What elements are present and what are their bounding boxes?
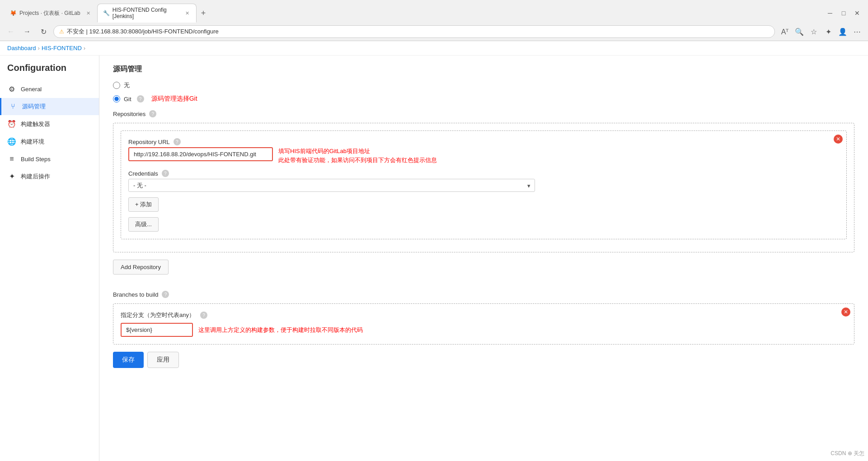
- branch-specifier-row: 指定分支（为空时代表any） ?: [121, 311, 847, 319]
- branch-specifier-label: 指定分支（为空时代表any）: [121, 311, 195, 319]
- main-content: 源码管理 无 Git ? 源码管理选择Git Repositories ? ✕: [99, 56, 868, 461]
- window-controls: ─ □ ✕: [824, 7, 863, 19]
- apply-button[interactable]: 应用: [147, 352, 179, 368]
- repo-url-annotation-line2: 此处带有验证功能，如果访问不到项目下方会有红色提示信息: [278, 156, 437, 164]
- add-repository-label: Add Repository: [121, 264, 161, 270]
- repo-url-annotation-line1: 填写HIS前端代码的GitLab项目地址: [278, 147, 437, 155]
- csdn-watermark: CSDN ⊕ 关怎: [830, 450, 864, 457]
- save-button[interactable]: 保存: [113, 352, 144, 368]
- branches-label: Branches to build: [113, 291, 158, 298]
- branches-help-icon[interactable]: ?: [162, 291, 169, 298]
- sidebar-scm-label: 源码管理: [22, 102, 46, 111]
- radio-none-input[interactable]: [113, 82, 120, 89]
- postbuild-icon: ✦: [7, 172, 16, 181]
- sidebar-title: Configuration: [0, 63, 99, 80]
- sidebar-postbuild-label: 构建后操作: [21, 172, 50, 181]
- new-tab-button[interactable]: +: [198, 8, 209, 19]
- minimize-button[interactable]: ─: [824, 7, 836, 19]
- address-bar[interactable]: ⚠ 不安全 | 192.168.88.30:8080/job/HIS-FONTE…: [53, 25, 775, 38]
- tab-jenkins[interactable]: 🔧 HIS-FONTEND Config [Jenkins] ✕: [97, 4, 197, 23]
- browser-controls: ← → ↻ ⚠ 不安全 | 192.168.88.30:8080/job/HIS…: [0, 23, 868, 41]
- sidebar-item-postbuild[interactable]: ✦ 构建后操作: [0, 168, 99, 185]
- repo-close-button[interactable]: ✕: [834, 135, 843, 144]
- git-help-icon[interactable]: ?: [137, 95, 144, 102]
- browser-titlebar: 🦊 Projects · 仪表板 · GitLab ✕ 🔧 HIS-FONTEN…: [0, 0, 868, 23]
- repositories-section: ✕ Repository URL ? 填写HIS前端代码的GitLab项目地址 …: [113, 123, 854, 252]
- branch-specifier-help-icon[interactable]: ?: [200, 312, 207, 319]
- advanced-label: 高级...: [135, 221, 152, 228]
- breadcrumb-sep1: ›: [38, 45, 40, 51]
- env-icon: 🌐: [7, 137, 16, 146]
- repo-url-input[interactable]: [128, 147, 273, 161]
- browser-chrome: 🦊 Projects · 仪表板 · GitLab ✕ 🔧 HIS-FONTEN…: [0, 0, 868, 41]
- credentials-select[interactable]: - 无 -: [128, 179, 535, 192]
- branch-box: ✕ 指定分支（为空时代表any） ? 这里调用上方定义的构建参数，便于构建时拉取…: [113, 303, 854, 345]
- search-button[interactable]: 🔍: [793, 25, 806, 38]
- sidebar-item-general[interactable]: ⚙ General: [0, 80, 99, 98]
- repo-url-label: Repository URL ?: [128, 138, 839, 145]
- breadcrumb-dashboard[interactable]: Dashboard: [7, 45, 36, 51]
- breadcrumb-sep2: ›: [84, 45, 85, 51]
- tab-gitlab-close[interactable]: ✕: [85, 10, 92, 17]
- add-credentials-button[interactable]: + 添加: [128, 197, 159, 212]
- back-button[interactable]: ←: [5, 25, 17, 38]
- repositories-section-label: Repositories: [113, 111, 145, 117]
- action-buttons: 保存 应用: [113, 345, 854, 375]
- restore-button[interactable]: □: [837, 7, 850, 19]
- section-title: 源码管理: [113, 65, 854, 74]
- browser-actions: Aᵀ 🔍 ☆ ✦ 👤 ⋯: [779, 25, 863, 38]
- repo-url-label-text: Repository URL: [128, 139, 170, 145]
- radio-none-label[interactable]: 无: [124, 81, 130, 89]
- branch-annotation: 这里调用上方定义的构建参数，便于构建时拉取不同版本的代码: [198, 326, 363, 334]
- tab-jenkins-label: HIS-FONTEND Config [Jenkins]: [113, 7, 179, 19]
- repositories-help-icon[interactable]: ?: [149, 110, 156, 117]
- settings-button[interactable]: ⋯: [851, 25, 863, 38]
- sidebar-env-label: 构建环境: [21, 138, 44, 146]
- branch-close-button[interactable]: ✕: [841, 307, 850, 317]
- sidebar-general-label: General: [21, 86, 42, 93]
- git-annotation: 源码管理选择Git: [151, 95, 197, 103]
- radio-git-option: Git ? 源码管理选择Git: [113, 95, 854, 103]
- repo-box: ✕ Repository URL ? 填写HIS前端代码的GitLab项目地址 …: [121, 130, 847, 239]
- sidebar-item-env[interactable]: 🌐 构建环境: [0, 133, 99, 150]
- favorites-button[interactable]: ☆: [807, 25, 820, 38]
- credentials-help-icon[interactable]: ?: [162, 170, 169, 177]
- tab-jenkins-favicon: 🔧: [103, 10, 110, 16]
- triggers-icon: ⏰: [7, 120, 16, 128]
- profile-button[interactable]: 👤: [836, 25, 849, 38]
- credentials-label: Credentials ?: [128, 170, 839, 177]
- branch-specifier-input[interactable]: [121, 323, 193, 337]
- radio-none-option: 无: [113, 81, 854, 89]
- radio-git-label[interactable]: Git: [124, 96, 131, 102]
- sidebar-item-scm[interactable]: ⑂ 源码管理: [0, 98, 99, 115]
- close-button[interactable]: ✕: [851, 7, 863, 19]
- sidebar: Configuration ⚙ General ⑂ 源码管理 ⏰ 构建触发器 🌐…: [0, 56, 99, 461]
- tab-jenkins-close[interactable]: ✕: [184, 10, 191, 17]
- add-credentials-label: + 添加: [135, 200, 152, 209]
- sidebar-buildsteps-label: Build Steps: [21, 156, 51, 163]
- advanced-button[interactable]: 高级...: [128, 217, 159, 232]
- breadcrumb: Dashboard › HIS-FONTEND ›: [0, 41, 868, 56]
- sidebar-item-buildsteps[interactable]: ≡ Build Steps: [0, 150, 99, 168]
- branches-section: Branches to build ? ✕ 指定分支（为空时代表any） ? 这…: [113, 291, 854, 345]
- sidebar-triggers-label: 构建触发器: [21, 120, 50, 128]
- page-layout: Configuration ⚙ General ⑂ 源码管理 ⏰ 构建触发器 🌐…: [0, 56, 868, 461]
- repo-url-help-icon[interactable]: ?: [174, 138, 181, 145]
- general-icon: ⚙: [7, 85, 16, 93]
- scm-radio-group: 无 Git ? 源码管理选择Git: [113, 81, 854, 103]
- buildsteps-icon: ≡: [7, 155, 16, 163]
- reload-button[interactable]: ↻: [37, 25, 50, 38]
- forward-button[interactable]: →: [21, 25, 33, 38]
- collections-button[interactable]: ✦: [822, 25, 835, 38]
- credentials-row: Credentials ? - 无 - ▾: [128, 170, 839, 192]
- tab-gitlab-label: Projects · 仪表板 · GitLab: [19, 9, 80, 17]
- sidebar-item-triggers[interactable]: ⏰ 构建触发器: [0, 115, 99, 133]
- scm-icon: ⑂: [9, 102, 18, 111]
- tab-gitlab-favicon: 🦊: [10, 10, 17, 16]
- radio-git-input[interactable]: [113, 95, 120, 102]
- read-aloud-button[interactable]: Aᵀ: [779, 25, 791, 38]
- add-repository-button[interactable]: Add Repository: [113, 260, 169, 275]
- breadcrumb-his-fontend[interactable]: HIS-FONTEND: [42, 45, 82, 51]
- tab-gitlab[interactable]: 🦊 Projects · 仪表板 · GitLab ✕: [5, 7, 97, 20]
- credentials-label-text: Credentials: [128, 170, 158, 177]
